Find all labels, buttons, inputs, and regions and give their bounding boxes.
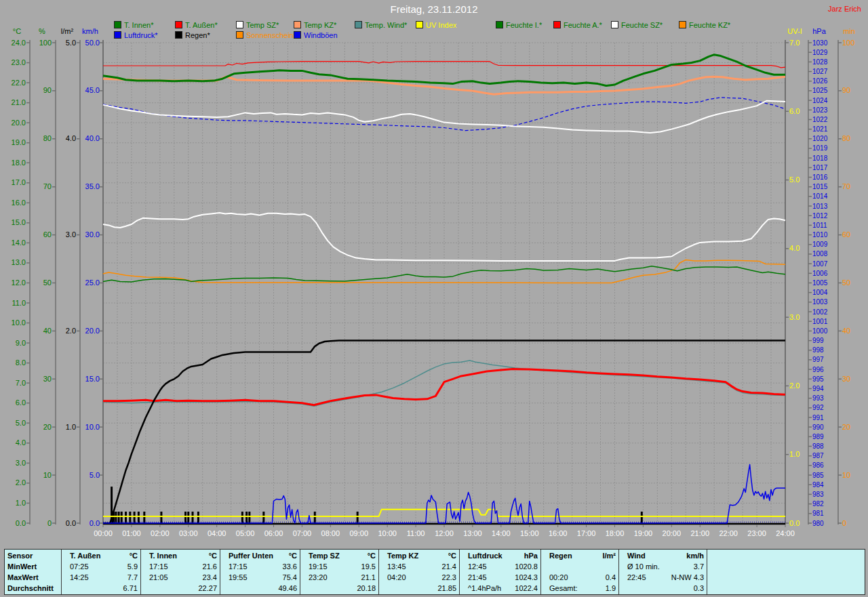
axis-label-min: 60 bbox=[842, 230, 850, 239]
axis-label-hpa: 1002 bbox=[812, 308, 828, 316]
stats-cell-value: 5.9 bbox=[127, 562, 138, 571]
x-axis-label: 12:00 bbox=[435, 529, 454, 537]
x-axis-label: 14:00 bbox=[492, 529, 511, 537]
stats-value-row: 13:4521.4 bbox=[382, 562, 456, 571]
axis-label-min: 10 bbox=[842, 471, 850, 479]
stats-cell-time: 22:45 bbox=[622, 573, 646, 582]
stats-col-header: Temp SZ°C bbox=[303, 551, 376, 560]
axis-label-hum: 30 bbox=[43, 375, 52, 383]
stats-col-name: Puffer Unten bbox=[223, 551, 273, 560]
x-axis-label: 08:00 bbox=[321, 529, 340, 537]
x-axis-label: 15:00 bbox=[520, 529, 539, 537]
axis-label-rain: 1.0 bbox=[66, 423, 76, 431]
axis-label-rain: 4.0 bbox=[66, 134, 76, 142]
stats-value-row: 17:1533.6 bbox=[223, 562, 297, 571]
axis-label-wind: 15.0 bbox=[85, 375, 100, 383]
axis-label-temp: 8.0 bbox=[16, 358, 26, 367]
axis-label-hum: 40 bbox=[43, 327, 52, 335]
axis-label-min: 100 bbox=[842, 39, 854, 47]
x-axis-label: 03:00 bbox=[179, 529, 198, 537]
weather-chart-plot: °C0.01.02.03.04.05.06.07.08.09.010.011.0… bbox=[0, 0, 868, 546]
axis-label-min: 0 bbox=[842, 519, 846, 527]
axis-title-hum: % bbox=[39, 27, 45, 35]
stats-cell-time: 00:20 bbox=[544, 573, 568, 582]
stats-value-row: 00:200.4 bbox=[544, 573, 616, 582]
stats-cell-time: 14:25 bbox=[64, 573, 89, 582]
stats-table: SensorMinWertMaxWertDurchschnittT. Außen… bbox=[4, 549, 865, 595]
stats-col-unit: hPa bbox=[524, 551, 538, 560]
stats-col-t-au-en: T. Außen°C07:255.914:257.76.71 bbox=[62, 550, 141, 594]
axis-label-hum: 70 bbox=[43, 182, 52, 190]
stats-cell-value: 1020.8 bbox=[515, 562, 538, 571]
axis-label-min: 70 bbox=[842, 182, 850, 190]
axis-label-min: 30 bbox=[842, 375, 850, 383]
stats-value-row: Ø 10 min.3.7 bbox=[622, 562, 704, 571]
stats-cell-time bbox=[303, 583, 309, 593]
x-axis-label: 06:00 bbox=[264, 529, 283, 537]
stats-col-unit: °C bbox=[289, 551, 297, 560]
stats-cell-time: ^1.4hPa/h bbox=[462, 583, 501, 593]
axis-label-hpa: 1009 bbox=[812, 241, 828, 248]
axis-label-wind: 50.0 bbox=[85, 39, 100, 47]
axis-label-hum: 0 bbox=[47, 519, 52, 527]
axis-title-temp: °C bbox=[13, 27, 21, 35]
stats-cell-value: 21.85 bbox=[437, 583, 456, 593]
axis-label-temp: 1.0 bbox=[16, 499, 26, 507]
stats-cell-value: 23.4 bbox=[203, 573, 217, 582]
axis-label-temp: 4.0 bbox=[16, 438, 26, 447]
stats-cell-time: 17:15 bbox=[223, 562, 248, 571]
stats-cell-time bbox=[223, 583, 229, 593]
axis-label-hpa: 996 bbox=[812, 366, 824, 373]
stats-cell-time: 19:15 bbox=[303, 562, 328, 571]
stats-cell-value: 0.4 bbox=[606, 573, 616, 582]
stats-cell-time bbox=[544, 562, 549, 571]
stats-col-header: Windkm/h bbox=[622, 551, 704, 560]
stats-cell-value: 75.4 bbox=[283, 573, 297, 582]
axis-label-hpa: 1028 bbox=[812, 58, 828, 66]
stats-value-row: 20.18 bbox=[303, 583, 376, 593]
axis-label-temp: 19.0 bbox=[12, 138, 26, 146]
stats-cell-value: 20.18 bbox=[357, 583, 376, 593]
axis-label-rain: 0.0 bbox=[66, 519, 76, 527]
stats-cell-value: 49.46 bbox=[278, 583, 297, 593]
axis-label-min: 40 bbox=[842, 327, 850, 335]
axis-label-temp: 14.0 bbox=[12, 239, 26, 247]
stats-value-row: 19:5575.4 bbox=[223, 573, 297, 582]
stats-cell-value: 1.9 bbox=[606, 583, 616, 593]
stats-col-header: T. Außen°C bbox=[64, 551, 138, 560]
x-axis-label: 22:00 bbox=[719, 529, 738, 537]
axis-label-min: 90 bbox=[842, 86, 850, 94]
axis-label-hpa: 1018 bbox=[812, 155, 828, 162]
axis-label-wind: 20.0 bbox=[85, 327, 100, 335]
axis-title-wind: km/h bbox=[82, 27, 98, 35]
x-axis-label: 02:00 bbox=[151, 529, 170, 537]
stats-cell-time bbox=[144, 583, 149, 593]
stats-value-row: 6.71 bbox=[64, 583, 138, 593]
axis-label-hpa: 1000 bbox=[812, 327, 828, 335]
x-axis-label: 17:00 bbox=[577, 529, 596, 537]
axis-label-uv: 2.0 bbox=[789, 382, 800, 390]
axis-label-min: 80 bbox=[842, 134, 850, 142]
stats-filler bbox=[707, 550, 865, 594]
axis-label-hpa: 984 bbox=[812, 481, 824, 489]
axis-label-hpa: 980 bbox=[812, 520, 824, 527]
stats-value-row: 21:451024.3 bbox=[462, 573, 538, 582]
axis-label-hpa: 1007 bbox=[812, 260, 828, 268]
stats-row-label: Durchschnitt bbox=[7, 583, 58, 593]
axis-label-min: 50 bbox=[842, 279, 850, 287]
axis-label-hpa: 1008 bbox=[812, 250, 828, 258]
axis-label-hum: 50 bbox=[43, 279, 52, 287]
stats-col-name: Luftdruck bbox=[462, 551, 502, 560]
x-axis-label: 20:00 bbox=[663, 529, 682, 537]
axis-label-hpa: 997 bbox=[812, 356, 824, 363]
x-axis-label: 04:00 bbox=[208, 529, 226, 537]
axis-label-rain: 5.0 bbox=[66, 39, 76, 47]
axis-label-hpa: 1026 bbox=[812, 77, 828, 85]
stats-col-unit: °C bbox=[448, 551, 456, 560]
stats-col-header: LuftdruckhPa bbox=[462, 551, 538, 560]
axis-label-rain: 2.0 bbox=[66, 327, 76, 335]
axis-label-hpa: 993 bbox=[812, 394, 824, 402]
axis-label-temp: 22.0 bbox=[12, 79, 26, 87]
axis-label-temp: 10.0 bbox=[12, 318, 26, 327]
axis-title-rain: l/m² bbox=[61, 27, 74, 35]
